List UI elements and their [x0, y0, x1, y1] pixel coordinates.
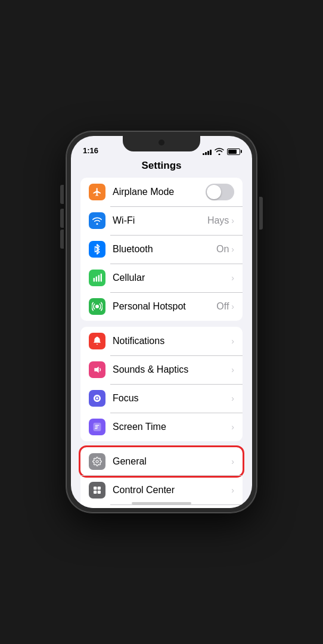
airplane-mode-toggle[interactable]: [206, 184, 234, 200]
sounds-icon: [89, 361, 105, 378]
svg-rect-0: [94, 278, 95, 281]
focus-row[interactable]: Focus ›: [80, 384, 243, 413]
hotspot-chevron: ›: [231, 302, 234, 311]
hotspot-value: Off: [216, 301, 229, 312]
general-highlighted: General ›: [80, 447, 243, 476]
focus-chevron: ›: [231, 394, 234, 403]
airplane-mode-icon: [89, 184, 105, 200]
cellular-label: Cellular: [113, 273, 231, 283]
hotspot-row[interactable]: Personal Hotspot Off ›: [80, 292, 243, 321]
general-row[interactable]: General ›: [80, 447, 243, 476]
display-row[interactable]: AA Display & Brightness ›: [80, 504, 243, 508]
wifi-value: Hays: [207, 215, 229, 226]
camera: [159, 140, 164, 145]
signal-icon: [203, 148, 212, 155]
wifi-icon: [89, 212, 105, 229]
notch: [123, 136, 200, 151]
bluetooth-icon: [89, 241, 105, 258]
status-icons: [203, 148, 240, 155]
focus-label: Focus: [113, 393, 231, 404]
system2-group-wrapper: General ›: [80, 447, 243, 508]
hotspot-icon: [89, 298, 105, 315]
wifi-chevron: ›: [231, 216, 234, 225]
sounds-label: Sounds & Haptics: [113, 364, 231, 375]
screentime-row[interactable]: Screen Time ›: [80, 413, 243, 441]
focus-icon: [89, 390, 105, 407]
battery-icon: [227, 148, 240, 155]
phone-frame: 1:16 Settings: [66, 131, 257, 513]
svg-rect-12: [98, 487, 101, 490]
airplane-mode-label: Airplane Mode: [113, 187, 206, 197]
cellular-icon: [89, 270, 105, 286]
cellular-chevron: ›: [231, 273, 234, 283]
phone-screen: 1:16 Settings: [71, 136, 252, 508]
screentime-label: Screen Time: [113, 422, 231, 432]
notifications-label: Notifications: [113, 336, 231, 346]
svg-rect-8: [95, 425, 100, 426]
system1-group: Notifications › Sounds & Haptics ›: [80, 327, 243, 441]
toggle-knob: [207, 185, 221, 199]
notifications-chevron: ›: [231, 336, 234, 346]
notifications-icon: [89, 333, 105, 349]
svg-rect-11: [94, 487, 97, 490]
wifi-status-icon: [215, 148, 224, 155]
control-center-chevron: ›: [231, 485, 234, 495]
connectivity-group: Airplane Mode Wi-Fi Hays: [80, 178, 243, 321]
control-center-label: Control Center: [113, 485, 231, 496]
svg-rect-3: [101, 274, 102, 282]
bluetooth-chevron: ›: [231, 244, 234, 254]
control-center-icon: [89, 482, 105, 499]
svg-rect-5: [97, 337, 98, 338]
bluetooth-value: On: [216, 244, 229, 255]
airplane-mode-row[interactable]: Airplane Mode: [80, 178, 243, 206]
svg-rect-13: [94, 491, 97, 494]
sounds-chevron: ›: [231, 365, 234, 374]
sounds-row[interactable]: Sounds & Haptics ›: [80, 355, 243, 384]
page-title: Settings: [71, 157, 252, 178]
notifications-row[interactable]: Notifications ›: [80, 327, 243, 355]
svg-rect-14: [98, 491, 101, 494]
general-label: General: [113, 456, 231, 467]
home-bar: [132, 502, 191, 504]
bluetooth-row[interactable]: Bluetooth On ›: [80, 235, 243, 264]
battery-fill: [228, 150, 237, 154]
svg-point-10: [96, 460, 98, 463]
wifi-row[interactable]: Wi-Fi Hays ›: [80, 206, 243, 235]
screentime-icon: [89, 419, 105, 435]
screentime-chevron: ›: [231, 422, 234, 432]
settings-scroll[interactable]: Settings Airplane Mode: [71, 157, 252, 508]
cellular-row[interactable]: Cellular ›: [80, 264, 243, 292]
svg-rect-2: [98, 275, 100, 281]
svg-point-4: [96, 305, 99, 308]
general-chevron: ›: [231, 457, 234, 466]
hotspot-label: Personal Hotspot: [113, 301, 216, 312]
svg-rect-1: [96, 277, 97, 282]
wifi-label: Wi-Fi: [113, 215, 207, 226]
svg-rect-9: [95, 426, 98, 427]
svg-marker-6: [94, 367, 98, 373]
general-icon: [89, 453, 105, 470]
bluetooth-label: Bluetooth: [113, 244, 216, 255]
control-center-row[interactable]: Control Center ›: [80, 475, 243, 504]
